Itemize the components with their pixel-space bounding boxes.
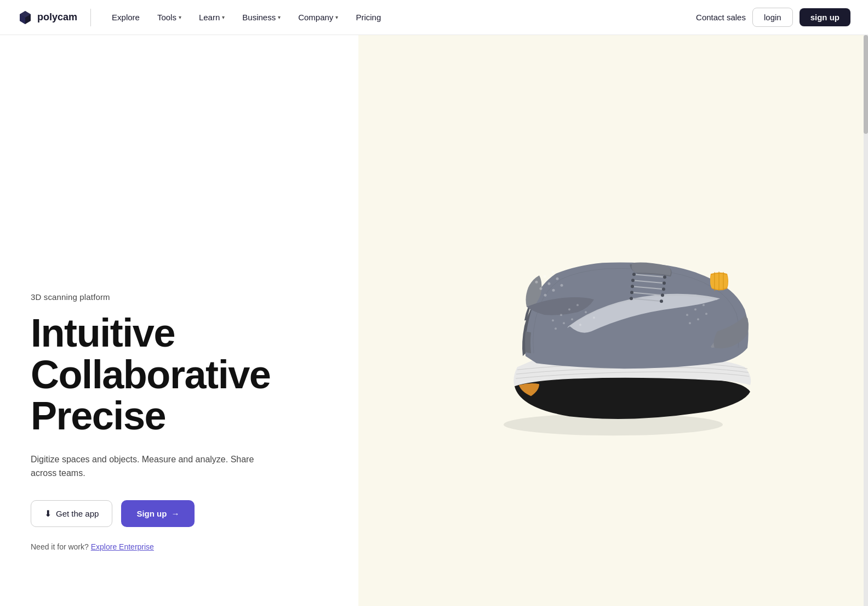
download-icon: ⬇: [44, 508, 52, 519]
svg-point-39: [544, 275, 546, 277]
business-chevron-icon: ▾: [278, 14, 281, 20]
hero-description: Digitize spaces and objects. Measure and…: [31, 452, 261, 480]
hero-signup-button[interactable]: Sign up →: [121, 500, 195, 527]
svg-point-44: [544, 293, 547, 296]
svg-point-23: [560, 314, 562, 316]
svg-point-18: [660, 299, 663, 303]
svg-point-17: [661, 293, 664, 297]
svg-point-40: [552, 270, 555, 273]
svg-point-35: [689, 322, 691, 324]
svg-point-28: [555, 327, 557, 330]
scrollbar-thumb[interactable]: [864, 35, 868, 134]
nav-tools[interactable]: Tools ▾: [150, 8, 189, 26]
explore-enterprise-link[interactable]: Explore Enterprise: [91, 542, 154, 551]
hero-buttons: ⬇ Get the app Sign up →: [31, 500, 328, 527]
nav-links: Explore Tools ▾ Learn ▾ Business ▾ Compa…: [104, 8, 696, 26]
contact-sales-link[interactable]: Contact sales: [696, 13, 746, 22]
company-chevron-icon: ▾: [335, 14, 338, 20]
svg-point-14: [663, 275, 666, 279]
svg-point-38: [535, 280, 538, 283]
svg-point-26: [585, 311, 587, 313]
svg-point-9: [631, 279, 635, 282]
hero-left: 3D scanning platform Intuitive Collabora…: [0, 35, 358, 606]
polycam-logo-icon: [18, 10, 33, 25]
svg-point-36: [697, 318, 699, 320]
nav-explore[interactable]: Explore: [104, 8, 147, 26]
nav-pricing[interactable]: Pricing: [348, 8, 389, 26]
logo-text: polycam: [37, 12, 77, 23]
svg-point-12: [630, 297, 633, 300]
svg-point-8: [632, 273, 636, 276]
nav-actions: Contact sales login sign up: [696, 8, 850, 27]
svg-point-31: [579, 324, 581, 326]
login-button[interactable]: login: [752, 8, 793, 27]
svg-point-25: [576, 304, 579, 306]
svg-point-37: [705, 313, 707, 315]
learn-chevron-icon: ▾: [222, 14, 225, 20]
svg-point-45: [552, 288, 555, 291]
enterprise-text: Need it for work? Explore Enterprise: [31, 542, 328, 551]
svg-point-34: [703, 304, 705, 306]
svg-point-46: [561, 284, 563, 286]
hero-right: [358, 35, 868, 606]
svg-point-42: [548, 282, 551, 285]
signup-button[interactable]: sign up: [800, 8, 850, 26]
nav-company[interactable]: Company ▾: [290, 8, 346, 26]
svg-point-10: [631, 285, 634, 288]
scrollbar[interactable]: [864, 35, 868, 606]
svg-point-41: [540, 287, 542, 290]
svg-point-30: [571, 318, 573, 320]
svg-point-11: [630, 291, 633, 294]
logo-link[interactable]: polycam: [18, 10, 77, 25]
svg-point-15: [663, 281, 666, 285]
svg-point-32: [686, 314, 688, 316]
svg-point-33: [694, 308, 696, 310]
hero-subtitle: 3D scanning platform: [31, 292, 328, 302]
svg-point-43: [556, 277, 559, 280]
hero-headline: Intuitive Collaborative Precise: [31, 313, 328, 437]
svg-point-24: [568, 308, 570, 310]
shoe-image: [460, 167, 767, 452]
tools-chevron-icon: ▾: [179, 14, 181, 20]
svg-point-22: [552, 319, 554, 321]
hero-section: 3D scanning platform Intuitive Collabora…: [0, 35, 868, 606]
nav-business[interactable]: Business ▾: [235, 8, 288, 26]
arrow-icon: →: [171, 509, 179, 518]
get-app-button[interactable]: ⬇ Get the app: [31, 500, 112, 527]
svg-point-29: [563, 322, 565, 324]
svg-point-27: [593, 316, 595, 319]
svg-point-16: [662, 287, 665, 291]
navbar: polycam Explore Tools ▾ Learn ▾ Business…: [0, 0, 868, 35]
nav-divider: [90, 9, 91, 26]
nav-learn[interactable]: Learn ▾: [191, 8, 232, 26]
